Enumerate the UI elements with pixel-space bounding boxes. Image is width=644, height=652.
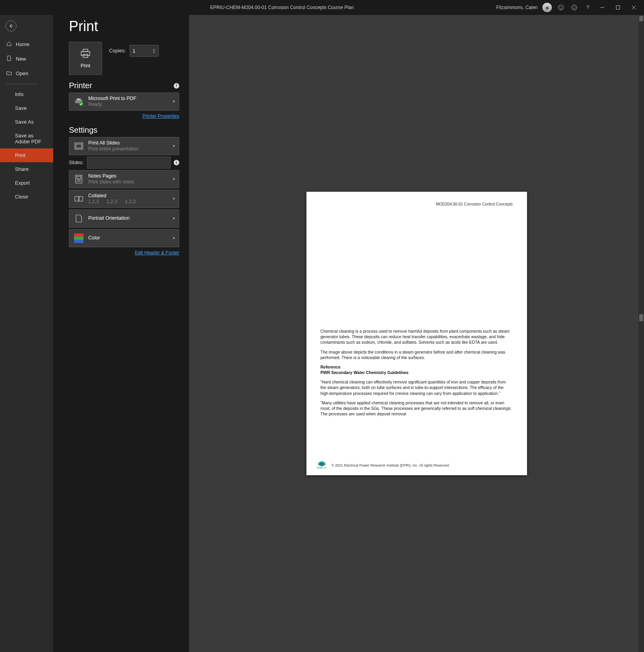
print-range-dropdown[interactable]: Print All Slides Print entire presentati… — [69, 137, 179, 155]
setting-line2: Print entire presentation — [88, 146, 138, 152]
nav-label: Print — [15, 152, 26, 158]
print-button[interactable]: Print — [69, 42, 102, 75]
preview-quote: “Hard chemical cleaning can effectively … — [321, 379, 513, 396]
nav-label: Open — [16, 70, 28, 76]
setting-line1: Color — [88, 235, 100, 241]
scroll-thumb[interactable] — [639, 314, 643, 321]
close-button[interactable] — [628, 3, 639, 12]
titlebar-right: Fitzsimmons, Calen ◉ ? — [496, 3, 639, 12]
svg-rect-12 — [81, 52, 90, 56]
collate-icon — [73, 193, 84, 204]
svg-point-1 — [560, 7, 560, 7]
chevron-down-icon: ▼ — [172, 197, 176, 201]
info-icon[interactable]: i — [174, 83, 179, 89]
copies-control: Copies: ▲▼ — [109, 45, 159, 57]
chevron-down-icon: ▼ — [172, 217, 176, 220]
color-icon — [73, 233, 84, 244]
nav-share[interactable]: Share — [0, 162, 53, 176]
svg-point-5 — [575, 7, 575, 7]
portrait-icon — [73, 213, 84, 224]
nav-save-as[interactable]: Save As — [0, 115, 53, 129]
backstage-sidebar: Home New Open Info Save Save As Save as … — [0, 15, 53, 652]
help-icon[interactable]: ? — [583, 3, 592, 12]
chevron-down-icon: ▼ — [172, 177, 176, 181]
setting-line2: 1,2,3 1,2,3 1,2,3 — [88, 199, 135, 205]
section-label: Settings — [69, 126, 97, 135]
nav-print[interactable]: Print — [0, 148, 53, 162]
svg-point-0 — [559, 5, 564, 10]
document-title: EPRIU-CHEM-M204.00-01 Corrosion Control … — [68, 5, 496, 10]
home-icon — [6, 41, 12, 48]
smile-icon[interactable] — [557, 3, 565, 12]
title-bar: EPRIU-CHEM-M204.00-01 Corrosion Control … — [0, 0, 644, 15]
preview-paragraph: The image above depicts the conditions i… — [321, 349, 513, 360]
print-preview-area: MOD204.00-01 Corrosion Control Concepts … — [189, 15, 644, 652]
orientation-dropdown[interactable]: Portrait Orientation ▼ — [69, 209, 179, 228]
epri-logo-icon: EPRI | U — [316, 461, 328, 470]
slides-input[interactable] — [87, 157, 171, 169]
setting-line1: Notes Pages — [88, 173, 134, 180]
nav-label: Share — [15, 166, 29, 172]
scroll-up-button[interactable] — [639, 16, 643, 21]
preview-footer: EPRI | U © 2021 Electrical Power Researc… — [316, 461, 518, 470]
nav-close[interactable]: Close — [0, 190, 53, 204]
minimize-button[interactable] — [597, 3, 608, 12]
nav-label: Save as Adobe PDF — [15, 133, 47, 144]
copies-label: Copies: — [109, 48, 126, 54]
slides-label: Slides: — [69, 160, 84, 165]
nav-label: Close — [15, 194, 28, 200]
settings-section-title: Settings — [69, 126, 179, 135]
folder-open-icon — [6, 70, 12, 77]
svg-rect-20 — [77, 176, 81, 179]
spinner-arrows[interactable]: ▲▼ — [152, 45, 157, 57]
chevron-down-icon: ▼ — [172, 144, 176, 148]
svg-point-16 — [79, 102, 83, 106]
frown-icon[interactable] — [570, 3, 579, 12]
svg-point-2 — [562, 7, 562, 7]
chevron-down-icon: ▼ — [172, 236, 176, 240]
svg-rect-18 — [76, 144, 82, 148]
info-icon[interactable]: i — [174, 160, 179, 165]
nav-label: Info — [15, 91, 24, 97]
nav-save[interactable]: Save — [0, 101, 53, 115]
nav-info[interactable]: Info — [0, 87, 53, 101]
nav-save-adobe-pdf[interactable]: Save as Adobe PDF — [0, 129, 53, 148]
nav-label: Save — [15, 105, 27, 111]
nav-label: Export — [15, 180, 30, 186]
collate-dropdown[interactable]: Collated 1,2,3 1,2,3 1,2,3 ▼ — [69, 190, 179, 208]
printer-dropdown[interactable]: Microsoft Print to PDF Ready ▼ — [69, 93, 179, 111]
svg-rect-11 — [83, 49, 88, 52]
nav-label: Save As — [15, 119, 34, 125]
svg-point-4 — [573, 7, 573, 7]
printer-properties-link[interactable]: Printer Properties — [143, 113, 179, 119]
color-dropdown[interactable]: Color ▼ — [69, 229, 179, 247]
preview-ref-title: Reference — [321, 364, 513, 370]
nav-home[interactable]: Home — [0, 37, 53, 52]
setting-line2: Print slides with notes — [88, 179, 134, 185]
nav-label: Home — [16, 41, 30, 47]
svg-point-3 — [572, 5, 577, 10]
notes-page-icon — [73, 174, 84, 185]
maximize-button[interactable] — [612, 3, 624, 12]
print-settings-panel: Print Print Copies: ▲▼ Printer — [53, 15, 189, 652]
nav-export[interactable]: Export — [0, 176, 53, 190]
print-layout-dropdown[interactable]: Notes Pages Print slides with notes ▼ — [69, 170, 179, 188]
nav-new[interactable]: New — [0, 52, 53, 66]
printer-section-title: Printer i — [69, 81, 179, 90]
svg-rect-13 — [83, 54, 88, 57]
nav-label: New — [16, 56, 26, 62]
user-avatar[interactable]: ◉ — [542, 3, 552, 12]
page-title: Print — [69, 18, 179, 35]
preview-page: MOD204.00-01 Corrosion Control Concepts … — [306, 192, 527, 475]
preview-paragraph: Chemical cleaning is a process used to r… — [321, 328, 513, 345]
setting-line1: Collated — [88, 193, 135, 199]
back-button[interactable] — [6, 20, 17, 31]
print-button-label: Print — [81, 63, 91, 69]
chevron-down-icon: ▼ — [172, 100, 176, 104]
section-label: Printer — [69, 81, 92, 90]
edit-header-footer-link[interactable]: Edit Header & Footer — [135, 250, 179, 256]
nav-open[interactable]: Open — [0, 66, 53, 81]
document-icon — [6, 56, 12, 62]
svg-rect-7 — [616, 6, 620, 9]
preview-scrollbar[interactable] — [638, 15, 644, 652]
